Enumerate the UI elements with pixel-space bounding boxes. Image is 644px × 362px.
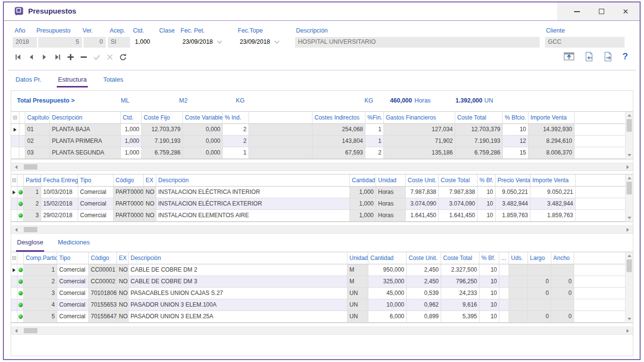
grid-cell[interactable]: CABLE DE COBRE DM 2 — [129, 264, 347, 276]
grid-cell[interactable]: 0 — [528, 276, 551, 288]
column-header[interactable]: EX — [117, 252, 129, 264]
grid-cell[interactable] — [499, 311, 509, 323]
vertical-scrollbar[interactable] — [625, 112, 633, 159]
prior-record-icon[interactable] — [27, 52, 35, 61]
grid-cell[interactable]: 254,068 — [313, 124, 365, 136]
import-document-icon[interactable] — [583, 52, 594, 61]
column-header[interactable]: Descripción — [129, 252, 347, 264]
client-field[interactable]: GCC — [545, 37, 625, 48]
grid-cell[interactable]: 1 — [24, 187, 41, 198]
grid-cell[interactable] — [528, 264, 551, 276]
grid-cell[interactable]: 3.482,944 — [495, 198, 530, 210]
grid-cell[interactable]: PASADOR UNION 3 ELEM.100A — [129, 299, 347, 311]
grid-cell[interactable]: 135,186 — [384, 147, 455, 159]
column-header[interactable] — [249, 112, 313, 124]
grid-cell[interactable]: 0 — [528, 288, 551, 299]
column-header[interactable]: Código — [114, 174, 144, 187]
column-header[interactable]: % Bf. — [478, 174, 495, 187]
grid-cell[interactable]: PLANTA PRIMERA — [50, 136, 121, 147]
grid-cell[interactable]: PASADOR UNION 3 ELEM.25A — [129, 311, 347, 323]
column-header[interactable]: Unidad — [376, 174, 406, 187]
grid-cell[interactable]: 1 — [223, 147, 249, 159]
grid-cell[interactable]: 10 — [479, 288, 499, 299]
grid-cell[interactable]: 6,000 — [368, 311, 407, 323]
grid-cell[interactable]: CC00001 — [89, 264, 117, 276]
deadline-date-field[interactable]: 23/09/2018 — [237, 37, 292, 48]
grid-cell[interactable]: Comercial — [57, 288, 89, 299]
grid-cell[interactable]: 10 — [478, 187, 495, 198]
grid-cell[interactable]: 02 — [25, 136, 50, 147]
grid-cell[interactable]: NO — [117, 264, 129, 276]
scrollbar-thumb[interactable] — [627, 182, 632, 194]
scroll-down-icon[interactable] — [627, 217, 631, 219]
grid-cell[interactable]: CC00002 — [89, 276, 117, 288]
tab-estructura[interactable]: Estructura — [57, 74, 87, 87]
row-selector[interactable] — [11, 210, 17, 222]
column-header[interactable]: Coste Total — [455, 112, 503, 124]
column-header[interactable]: %Fin. — [365, 112, 384, 124]
column-header[interactable]: % Bf. — [479, 252, 499, 264]
export-window-icon[interactable] — [563, 52, 575, 61]
description-field[interactable]: HOSPITAL UNIVERSITARIO — [295, 37, 540, 48]
table-row[interactable]: 215/02/2018ComercialPART00002NOINSTALACI… — [11, 198, 625, 210]
grid-cell[interactable]: 7.987,838 — [406, 187, 439, 198]
horizontal-scrollbar[interactable] — [11, 163, 633, 171]
column-header[interactable]: Coste Unit. — [406, 174, 439, 187]
column-header[interactable]: Uds. — [509, 252, 528, 264]
grid-cell[interactable]: 10/03/2018 — [41, 187, 78, 198]
grid-cell[interactable]: 10 — [478, 198, 495, 210]
request-date-field[interactable]: 23/09/2018 — [180, 37, 235, 48]
grid-cell[interactable]: 24,233 — [441, 288, 479, 299]
column-header[interactable]: Unidad — [347, 252, 368, 264]
cancel-edit-icon[interactable] — [105, 52, 114, 61]
row-selector[interactable] — [11, 311, 17, 323]
grid-cell[interactable]: PLANTA BAJA — [50, 124, 121, 136]
insert-record-icon[interactable] — [66, 52, 75, 61]
grid-cell[interactable]: 1,000 — [121, 124, 142, 136]
tab-mediciones[interactable]: Mediciones — [57, 237, 91, 252]
current-row-marker[interactable] — [11, 264, 17, 276]
grid-cell[interactable]: Comercial — [57, 311, 89, 323]
grid-cell[interactable] — [509, 299, 528, 311]
grid-cell[interactable] — [509, 288, 528, 299]
column-header[interactable]: Capítulo — [25, 112, 50, 124]
grid-cell[interactable]: 10 — [478, 210, 495, 222]
column-header[interactable]: Costes Indirectos — [313, 112, 365, 124]
grid-cell[interactable] — [499, 288, 509, 299]
grid-cell[interactable]: NO — [144, 210, 156, 222]
grid-cell[interactable]: 1 — [365, 124, 384, 136]
grid-corner[interactable] — [11, 112, 19, 124]
column-header[interactable]: Fecha Entrega — [41, 174, 78, 187]
column-header[interactable]: Gastos Financieros — [384, 112, 455, 124]
column-header[interactable]: ... — [499, 252, 509, 264]
grid-cell[interactable]: 0,000 — [183, 136, 223, 147]
column-header[interactable]: Cantidad — [368, 252, 407, 264]
vertical-scrollbar[interactable] — [625, 252, 633, 323]
grid-cell[interactable]: 2 — [223, 124, 249, 136]
grid-cell[interactable]: INSTALACION ELEMENTOS AIRE — [156, 210, 350, 222]
row-selector[interactable] — [11, 147, 19, 159]
grid-cell[interactable]: PLANTA SEGUNDA — [50, 147, 121, 159]
vertical-scrollbar[interactable] — [625, 174, 633, 222]
column-header[interactable]: Precio Venta — [495, 174, 530, 187]
row-selector[interactable] — [11, 299, 17, 311]
table-row[interactable]: 3Comercial701018064NOPASACABLES UNION CA… — [11, 288, 625, 299]
grid-cell[interactable]: NO — [117, 276, 129, 288]
table-row[interactable]: 2ComercialCC00002NOCABLE DE COBRE DM 3M3… — [11, 276, 625, 288]
grid-cell[interactable]: 1,000 — [350, 187, 376, 198]
column-header[interactable]: Largo — [528, 252, 551, 264]
grid-cell[interactable]: 4 — [24, 299, 57, 311]
grid-cell[interactable]: 0 — [551, 311, 574, 323]
scroll-down-icon[interactable] — [627, 154, 631, 156]
grid-cell[interactable]: 8.294,610 — [528, 136, 575, 147]
grid-cell[interactable]: 3.074,090 — [406, 198, 439, 210]
grid-cell[interactable]: NO — [144, 187, 156, 198]
grid-cell[interactable]: 15/02/2018 — [41, 198, 78, 210]
column-header[interactable]: Ctd. — [121, 112, 142, 124]
grid-cell[interactable]: 7.987,838 — [439, 187, 478, 198]
table-row[interactable]: 329/02/2018ComercialPART00003NOINSTALACI… — [11, 210, 625, 222]
grid-cell[interactable] — [509, 276, 528, 288]
scroll-right-icon[interactable] — [627, 165, 629, 169]
column-header[interactable]: Coste Total — [441, 252, 479, 264]
grid-cell[interactable]: 2 — [24, 198, 41, 210]
